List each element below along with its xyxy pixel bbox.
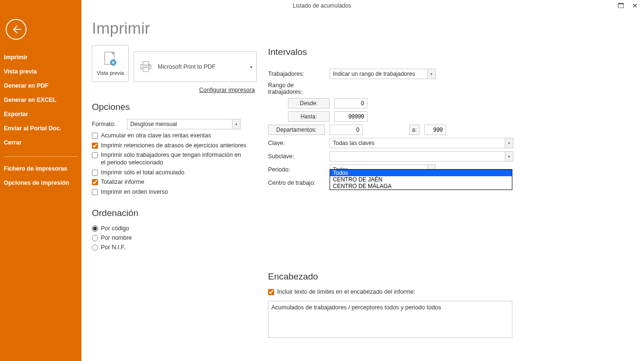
chk-incluir-texto-limites[interactable]: Incluir texto de límites en el encabezad… — [268, 289, 633, 296]
centro-option-todos[interactable]: Todos — [330, 170, 512, 176]
sidebar: Imprimir Vista previa Generar en PDF Gen… — [0, 0, 81, 361]
svg-rect-3 — [143, 62, 149, 65]
rango-label: Rango de trabajadores: — [268, 82, 325, 95]
sidebar-item-cerrar[interactable]: Cerrar — [0, 135, 81, 150]
dept-to-input[interactable] — [424, 125, 446, 135]
sidebar-item-generar-pdf[interactable]: Generar en PDF — [0, 79, 81, 93]
chk-acumular-clave[interactable]: Acumular en otra clave las rentas exenta… — [92, 132, 257, 140]
clave-label: Clave: — [268, 140, 325, 146]
chk-acumular-clave-label: Acumular en otra clave las rentas exenta… — [101, 132, 211, 140]
dept-from-input[interactable] — [330, 125, 363, 135]
chk-solo-total-acumulado-label: Imprimir sólo el total acumulado — [101, 169, 184, 177]
centro-option-malaga[interactable]: CENTRO DE MÁLAGA — [330, 183, 512, 190]
page-title: Imprimir — [92, 19, 633, 37]
periodo-label: Periodo: — [268, 166, 325, 173]
clave-select[interactable]: Todas las claves ▾ — [330, 138, 513, 148]
desde-input[interactable] — [334, 98, 367, 108]
section-intervalos-title: Intervalos — [268, 47, 633, 57]
sidebar-item-fichero-impresoras[interactable]: Fichero de impresoras — [0, 162, 81, 176]
formato-select[interactable]: Desglose mensual ▾ — [127, 119, 241, 129]
hasta-input[interactable] — [334, 111, 367, 122]
sidebar-item-generar-excel[interactable]: Generar en EXCEL — [0, 93, 81, 107]
encabezado-textarea[interactable] — [268, 301, 512, 338]
chk-orden-inverso[interactable]: Imprimir en orden inverso — [92, 189, 257, 196]
window-title: Listado de acumulados — [293, 2, 351, 9]
dept-a-button[interactable]: a: — [409, 125, 420, 135]
chevron-down-icon: ▾ — [505, 152, 513, 161]
formato-value: Desglose mensual — [130, 121, 177, 127]
radio-por-codigo[interactable]: Por código — [92, 225, 257, 232]
sidebar-item-vista-previa[interactable]: Vista previa — [0, 64, 81, 79]
chk-orden-inverso-label: Imprimir en orden inverso — [101, 189, 168, 196]
sidebar-separator — [4, 156, 78, 157]
radio-por-nif[interactable]: Por N.I.F. — [92, 244, 257, 251]
trabajadores-value: Indicar un rango de trabajadores — [333, 71, 415, 77]
chk-retenciones-atrasos-label: Imprimir retenciones de atrasos de ejerc… — [101, 142, 246, 150]
subclave-select[interactable]: ▾ — [330, 151, 513, 162]
centro-dropdown[interactable]: Todos CENTRO DE JAÉN CENTRO DE MÁLAGA — [330, 169, 512, 190]
svg-rect-4 — [143, 68, 149, 72]
formato-label: Formato: — [92, 121, 122, 127]
centro-label: Centro de trabajo: — [268, 180, 325, 186]
subclave-label: Subclave: — [268, 153, 325, 160]
sidebar-item-exportar[interactable]: Exportar — [0, 107, 81, 121]
chk-solo-total-acumulado[interactable]: Imprimir sólo el total acumulado — [92, 169, 257, 177]
chk-incluir-texto-limites-label: Incluir texto de límites en el encabezad… — [277, 289, 415, 296]
radio-por-nif-label: Por N.I.F. — [101, 244, 125, 251]
arrow-left-icon — [11, 24, 21, 35]
centro-option-jaen[interactable]: CENTRO DE JAÉN — [330, 176, 512, 183]
printer-icon — [139, 61, 153, 73]
chevron-down-icon: ▾ — [232, 119, 240, 129]
hasta-button[interactable]: Hasta: — [288, 111, 330, 122]
chk-retenciones-atrasos[interactable]: Imprimir retenciones de atrasos de ejerc… — [92, 142, 257, 150]
chk-solo-trabajadores-info[interactable]: Imprimir sólo trabajadores que tengan in… — [92, 152, 257, 166]
chk-totalizar-informe-label: Totalizar informe — [101, 179, 144, 186]
window-maximize-icon[interactable]: 🗖 — [614, 0, 628, 11]
document-preview-icon — [102, 51, 118, 68]
radio-por-codigo-label: Por código — [101, 225, 129, 232]
clave-value: Todas las claves — [333, 140, 375, 146]
chk-solo-trabajadores-info-label: Imprimir sólo trabajadores que tengan in… — [101, 152, 243, 166]
section-ordenacion-title: Ordenación — [92, 208, 257, 218]
sidebar-item-imprimir[interactable]: Imprimir — [0, 50, 81, 64]
desde-button[interactable]: Desde: — [288, 98, 330, 108]
chevron-down-icon: ▾ — [505, 138, 513, 148]
chevron-down-icon: ▾ — [250, 64, 252, 69]
vista-previa-button[interactable]: Vista previa — [92, 45, 129, 82]
printer-select[interactable]: Microsoft Print to PDF ▾ — [134, 51, 257, 82]
radio-por-nombre-label: Por nombre — [101, 235, 132, 241]
departamentos-button[interactable]: Departamentos: — [268, 125, 325, 135]
radio-por-nombre[interactable]: Por nombre — [92, 235, 257, 241]
configure-printer-link[interactable]: Configurar impresora — [92, 87, 255, 93]
section-encabezado-title: Encabezado — [268, 271, 633, 282]
vista-previa-label: Vista previa — [97, 70, 124, 76]
back-button[interactable] — [6, 19, 27, 40]
trabajadores-select[interactable]: Indicar un rango de trabajadores ▾ — [330, 69, 436, 79]
section-opciones-title: Opciones — [92, 102, 257, 112]
sidebar-item-enviar-portal[interactable]: Enviar al Portal Doc. — [0, 121, 81, 135]
trabajadores-label: Trabajadores: — [268, 71, 325, 77]
printer-name: Microsoft Print to PDF — [158, 63, 215, 70]
svg-point-5 — [149, 65, 150, 66]
window-close-icon[interactable]: ✕ — [628, 0, 642, 11]
chk-totalizar-informe[interactable]: Totalizar informe — [92, 179, 257, 186]
chevron-down-icon: ▾ — [427, 69, 435, 79]
sidebar-item-opciones-impresion[interactable]: Opciones de impresión — [0, 176, 81, 190]
